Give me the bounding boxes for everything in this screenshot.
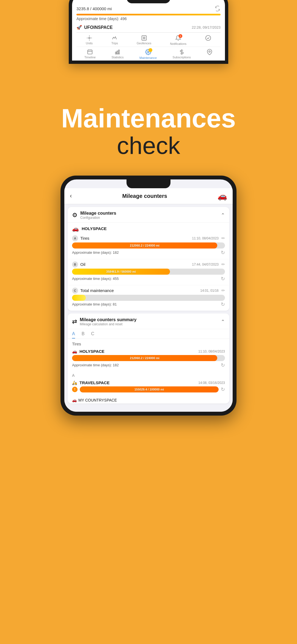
nav-units-label: Units bbox=[86, 42, 93, 45]
total-badge: C bbox=[72, 288, 78, 294]
summary-holyspace-date: 11:10, 08/04/2023 bbox=[198, 350, 225, 353]
countryspace-icon: 🚗 bbox=[72, 398, 77, 402]
oil-name: Oil bbox=[80, 262, 85, 267]
card2-texts: Mileage counters summary Mileage calcula… bbox=[80, 317, 136, 326]
svg-point-9 bbox=[209, 51, 210, 52]
travelspace-bar-container: 155029.4 / 100000 mi bbox=[80, 386, 219, 392]
hero-section: Maintenances check bbox=[0, 83, 297, 176]
total-time-row: Approximate time (days): 81 ↻ bbox=[72, 301, 225, 307]
oil-edit-btn[interactable]: ✏ bbox=[221, 262, 225, 267]
nav-trips-label: Trips bbox=[111, 42, 118, 45]
partial-item-countryspace: 🚗 MY COUNTRYSPACE bbox=[68, 396, 229, 403]
travelspace-reset[interactable]: ↻ bbox=[221, 386, 225, 392]
top-nav: Units Trips G bbox=[76, 32, 221, 47]
maint-badge-wrapper bbox=[145, 49, 151, 56]
card1-collapse-btn[interactable]: ⌃ bbox=[221, 212, 225, 218]
card1-vehicle-row: 🚗 HOLYSPACE bbox=[68, 223, 229, 233]
tires-name: Tires bbox=[80, 236, 89, 241]
holyspace-icon: 🚗 bbox=[72, 225, 79, 232]
total-bar-fill bbox=[72, 295, 86, 301]
top-vehicle-emoji: 🚀 bbox=[76, 25, 82, 30]
nav-units[interactable]: Units bbox=[86, 35, 93, 45]
nav-notifications[interactable]: 1 Notifications bbox=[170, 35, 186, 45]
oil-bar-container: 358461.9 / 560000 mi bbox=[72, 269, 225, 275]
card2-icon: ⇄ bbox=[72, 318, 77, 325]
countryspace-name-row: 🚗 MY COUNTRYSPACE bbox=[72, 398, 117, 402]
top-nav-row2: Timeline Statistics bbox=[76, 47, 221, 61]
nav-timeline[interactable]: Timeline bbox=[84, 49, 96, 59]
card1-icon: ⚙ bbox=[72, 212, 78, 219]
svg-rect-4 bbox=[116, 52, 117, 54]
svg-rect-6 bbox=[119, 50, 120, 54]
total-approx-days: Approximate time (days): 81 bbox=[72, 302, 117, 306]
maint-item-total: C Total maintenance 14:01, 01/16 ✏ bbox=[68, 285, 229, 311]
tires-edit-btn[interactable]: ✏ bbox=[221, 236, 225, 241]
nav-geofences[interactable]: Geofences bbox=[137, 35, 151, 45]
phone-scroll: ⚙ Mileage counters Configuration ⌃ 🚗 HOL… bbox=[64, 207, 233, 412]
travelspace-bar-label: 155029.4 / 100000 mi bbox=[134, 388, 164, 391]
summary-holyspace-fill: 212060.2 / 224000 mi bbox=[72, 355, 217, 361]
tab-c[interactable]: C bbox=[91, 331, 94, 339]
nav-geofences-label: Geofences bbox=[137, 42, 151, 45]
travelspace-warning-icon: ! bbox=[72, 387, 78, 392]
back-button[interactable]: ‹ bbox=[70, 192, 72, 200]
summary-holyspace-bar: 212060.2 / 224000 mi bbox=[72, 355, 225, 361]
summary-holyspace-row: 🚗 HOLYSPACE 11:10, 08/04/2023 bbox=[72, 349, 225, 354]
mileage-summary-card: ⇄ Mileage counters summary Mileage calcu… bbox=[68, 313, 229, 403]
tab-a[interactable]: A bbox=[72, 331, 75, 339]
nav-pin[interactable] bbox=[207, 49, 213, 59]
tires-header: A Tires 11:10, 08/04/2023 ✏ bbox=[72, 235, 225, 241]
card2-header: ⇄ Mileage counters summary Mileage calcu… bbox=[68, 313, 229, 329]
oil-bar-fill: 358461.9 / 560000 mi bbox=[72, 269, 170, 275]
nav-trips[interactable]: Trips bbox=[111, 35, 118, 45]
mileage-counters-card: ⚙ Mileage counters Configuration ⌃ 🚗 HOL… bbox=[68, 207, 229, 311]
top-phone-wrapper: 3235.8 / 400000 mi Approximate time (day… bbox=[0, 0, 297, 83]
nav-notifications-label: Notifications bbox=[170, 42, 186, 45]
tires-time-row: Approximate time (days): 182 ↻ bbox=[72, 250, 225, 256]
top-vehicle-row: 🚀 UFOINSPACE 22:28, 09/17/2023 bbox=[76, 23, 221, 32]
nav-maintenance[interactable]: Maintenance bbox=[139, 49, 157, 59]
total-name: Total maintenance bbox=[80, 288, 114, 293]
svg-rect-5 bbox=[117, 51, 118, 54]
phone-header: ‹ Mileage counters 🚗 bbox=[64, 188, 233, 204]
maint-item-oil: B Oil 17:44, 04/07/2023 ✏ 358461. bbox=[68, 259, 229, 285]
card2-collapse-btn[interactable]: ⌃ bbox=[221, 319, 225, 325]
nav-statistics[interactable]: Statistics bbox=[111, 49, 123, 59]
total-edit-btn[interactable]: ✏ bbox=[221, 288, 225, 293]
nav-check[interactable] bbox=[205, 35, 211, 45]
top-mileage-value: 3235.8 / 400000 mi bbox=[76, 6, 112, 11]
total-reset-btn[interactable]: ↻ bbox=[221, 301, 225, 307]
tires-bar-container: 212060.2 / 224000 mi bbox=[72, 242, 225, 249]
tires-approx-days: Approximate time (days): 182 bbox=[72, 250, 119, 255]
card2-header-left: ⇄ Mileage counters summary Mileage calcu… bbox=[72, 317, 136, 326]
tires-reset-btn[interactable]: ↻ bbox=[221, 250, 225, 256]
hero-subtitle: check bbox=[117, 132, 180, 159]
total-bar-container bbox=[72, 295, 225, 301]
card1-header: ⚙ Mileage counters Configuration ⌃ bbox=[68, 207, 229, 223]
tab-b[interactable]: B bbox=[82, 331, 85, 339]
screen-title: Mileage counters bbox=[122, 193, 167, 199]
summary-holyspace-icon: 🚗 bbox=[72, 349, 77, 354]
summary-tabs: A B C bbox=[68, 329, 229, 339]
oil-reset-btn[interactable]: ↻ bbox=[221, 276, 225, 282]
svg-point-0 bbox=[89, 37, 90, 39]
top-orange-bar bbox=[76, 14, 221, 15]
bottom-notch bbox=[127, 179, 170, 188]
svg-point-7 bbox=[147, 51, 149, 53]
oil-badge: B bbox=[72, 261, 78, 268]
nav-subscriptions[interactable]: Subscriptions bbox=[173, 49, 191, 59]
card1-header-left: ⚙ Mileage counters Configuration bbox=[72, 211, 116, 220]
card1-texts: Mileage counters Configuration bbox=[80, 211, 116, 220]
nav-maintenance-label: Maintenance bbox=[139, 56, 157, 59]
total-label-row: C Total maintenance bbox=[72, 288, 114, 294]
refresh-icon-top[interactable] bbox=[215, 6, 221, 12]
tires-badge: A bbox=[72, 235, 78, 241]
summary-holyspace-reset[interactable]: ↻ bbox=[221, 362, 225, 368]
summary-travelspace: 🛵 TRAVELSPACE 14:08, 03/16/2023 ! 155029… bbox=[68, 379, 229, 396]
top-notch bbox=[127, 0, 170, 3]
svg-point-2 bbox=[206, 36, 211, 40]
card1-subtitle: Configuration bbox=[80, 216, 116, 220]
tires-bar-fill: 212060.2 / 224000 mi bbox=[72, 242, 217, 249]
oil-date: 17:44, 04/07/2023 bbox=[192, 263, 219, 266]
maint-item-tires: A Tires 11:10, 08/04/2023 ✏ 21206 bbox=[68, 233, 229, 259]
